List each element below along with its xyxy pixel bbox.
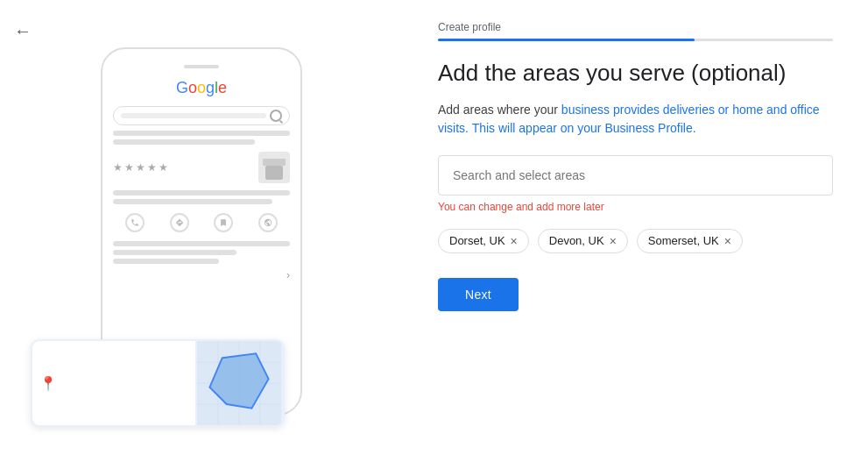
mock-save-icon	[214, 213, 233, 232]
star-icon: ★	[113, 161, 123, 174]
content-line	[113, 250, 236, 255]
chip-label: Devon, UK	[549, 234, 604, 247]
chip-label: Somerset, UK	[648, 234, 719, 247]
chips-row: Dorset, UK × Devon, UK × Somerset, UK ×	[438, 229, 833, 253]
page-title: Add the areas you serve (optional)	[438, 59, 833, 89]
mock-stars: ★ ★ ★ ★ ★	[113, 161, 168, 174]
chip-remove-button[interactable]: ×	[511, 234, 518, 248]
mock-direction-icon	[170, 213, 189, 232]
helper-text: You can change and add more later	[438, 201, 833, 213]
star-icon: ★	[159, 161, 168, 174]
mock-action-icons	[113, 213, 290, 232]
bottom-card: 📍	[31, 339, 285, 427]
progress-label: Create profile	[438, 21, 833, 33]
content-line	[113, 241, 290, 246]
location-pin-icon: 📍	[39, 375, 57, 392]
card-left-content: 📍	[32, 364, 195, 403]
progress-bar-fill	[438, 39, 695, 41]
mock-search-icon	[270, 110, 282, 122]
phone-speaker	[184, 65, 219, 68]
mock-content-lines-3	[113, 241, 290, 264]
mock-search-line	[121, 113, 266, 118]
search-field-wrapper	[438, 155, 833, 195]
star-icon: ★	[124, 161, 134, 174]
mock-content-lines-2	[113, 190, 290, 204]
card-location-row: 📍	[39, 373, 188, 394]
chip-devon: Devon, UK ×	[538, 229, 628, 253]
right-panel: Create profile Add the areas you serve (…	[403, 0, 868, 462]
mock-shop-icon	[258, 152, 290, 183]
mock-call-icon	[125, 213, 145, 232]
chip-remove-button[interactable]: ×	[724, 234, 731, 248]
progress-section: Create profile	[438, 21, 833, 41]
chip-somerset: Somerset, UK ×	[637, 229, 743, 253]
map-preview	[195, 341, 283, 425]
area-search-input[interactable]	[438, 155, 833, 195]
content-line	[113, 259, 219, 264]
mock-search-bar	[113, 106, 290, 125]
mock-globe-icon	[258, 213, 278, 232]
content-line	[113, 190, 290, 195]
description-text: Add areas where your business provides d…	[438, 101, 833, 138]
description-text-part1: Add areas where your	[438, 103, 561, 117]
mock-stars-shop: ★ ★ ★ ★ ★	[113, 152, 290, 183]
progress-bar-track	[438, 39, 833, 41]
content-line	[113, 199, 272, 204]
next-button[interactable]: Next	[438, 278, 519, 311]
chip-label: Dorset, UK	[449, 234, 505, 247]
mock-chevron-icon: ›	[113, 269, 290, 281]
description-link2[interactable]: This will appear on your Business Profil…	[472, 121, 696, 135]
left-panel: ← Google ★ ★ ★ ★ ★	[0, 0, 403, 462]
content-line	[113, 139, 255, 145]
back-arrow-icon[interactable]: ←	[14, 21, 32, 41]
star-icon: ★	[147, 161, 157, 174]
content-line	[113, 131, 290, 136]
google-logo: Google	[113, 79, 290, 97]
star-icon: ★	[136, 161, 145, 174]
chip-remove-button[interactable]: ×	[610, 234, 617, 248]
chip-dorset: Dorset, UK ×	[438, 229, 529, 253]
mock-content-lines	[113, 131, 290, 145]
